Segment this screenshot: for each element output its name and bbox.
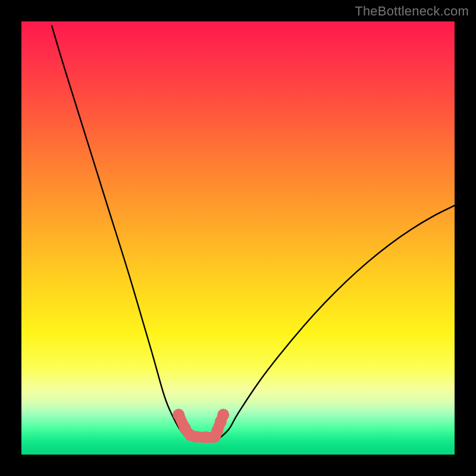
highlight-dot [173, 409, 184, 421]
curve-right-curve [221, 205, 455, 437]
highlight-dot [217, 409, 229, 421]
plot-area [21, 21, 455, 455]
chart-frame: TheBottleneck.com [0, 0, 476, 476]
chart-svg [21, 21, 455, 455]
watermark-text: TheBottleneck.com [355, 4, 469, 19]
curve-left-curve [52, 26, 188, 437]
